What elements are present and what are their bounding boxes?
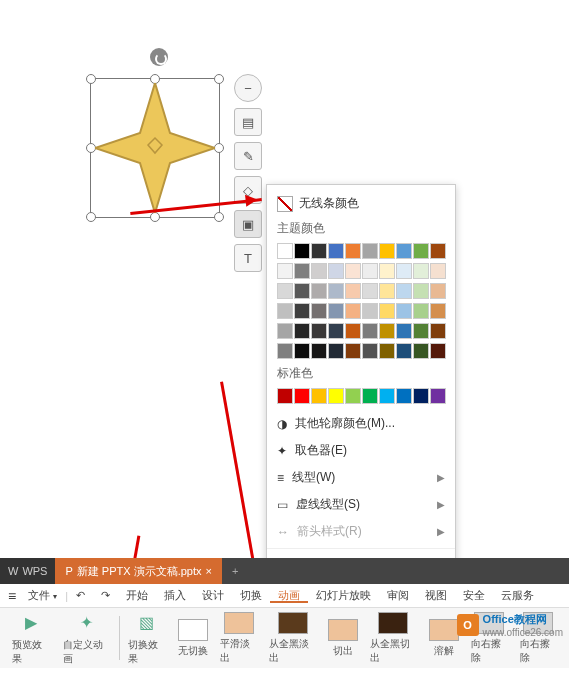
undo-icon[interactable]: ↶ — [68, 589, 93, 602]
resize-handle[interactable] — [214, 212, 224, 222]
color-swatch[interactable] — [328, 283, 344, 299]
color-swatch[interactable] — [328, 303, 344, 319]
color-swatch[interactable] — [328, 243, 344, 259]
resize-handle[interactable] — [86, 212, 96, 222]
color-swatch[interactable] — [362, 283, 378, 299]
menu-tab[interactable]: 切换 — [232, 589, 270, 601]
color-swatch[interactable] — [379, 343, 395, 359]
color-swatch[interactable] — [311, 263, 327, 279]
document-tab[interactable]: P 新建 PPTX 演示文稿.pptx × — [55, 558, 221, 584]
color-swatch[interactable] — [294, 263, 310, 279]
menu-tab[interactable]: 审阅 — [379, 589, 417, 601]
color-swatch[interactable] — [413, 343, 429, 359]
color-swatch[interactable] — [413, 388, 429, 404]
file-menu[interactable]: 文件 ▾ — [20, 588, 65, 603]
line-weight-item[interactable]: ≡ 线型(W) ▶ — [267, 464, 455, 491]
close-tab-icon[interactable]: × — [206, 565, 212, 577]
color-swatch[interactable] — [328, 323, 344, 339]
color-swatch[interactable] — [396, 263, 412, 279]
color-swatch[interactable] — [311, 343, 327, 359]
color-swatch[interactable] — [277, 323, 293, 339]
transition-thumbnail[interactable]: 无切换 — [172, 610, 214, 667]
color-swatch[interactable] — [277, 263, 293, 279]
color-swatch[interactable] — [345, 283, 361, 299]
brush-icon[interactable]: ✎ — [234, 142, 262, 170]
color-swatch[interactable] — [345, 388, 361, 404]
color-swatch[interactable] — [430, 303, 446, 319]
color-swatch[interactable] — [430, 283, 446, 299]
rotate-handle-icon[interactable] — [150, 48, 168, 66]
menu-tab[interactable]: 动画 — [270, 589, 308, 603]
color-swatch[interactable] — [362, 263, 378, 279]
transition-thumbnail[interactable]: 切出 — [322, 610, 364, 667]
color-swatch[interactable] — [379, 323, 395, 339]
transition-thumbnail[interactable]: 从全黑切出 — [364, 610, 423, 667]
color-swatch[interactable] — [396, 343, 412, 359]
preview-button[interactable]: ▶ 预览效果 — [6, 609, 57, 668]
color-swatch[interactable] — [345, 303, 361, 319]
color-swatch[interactable] — [413, 243, 429, 259]
color-swatch[interactable] — [345, 243, 361, 259]
transition-thumbnail[interactable]: 平滑淡出 — [214, 610, 263, 667]
color-swatch[interactable] — [430, 263, 446, 279]
text-icon[interactable]: T — [234, 244, 262, 272]
color-swatch[interactable] — [379, 388, 395, 404]
color-swatch[interactable] — [311, 243, 327, 259]
menu-tab[interactable]: 安全 — [455, 589, 493, 601]
color-swatch[interactable] — [379, 303, 395, 319]
color-swatch[interactable] — [379, 243, 395, 259]
color-swatch[interactable] — [294, 243, 310, 259]
color-swatch[interactable] — [396, 303, 412, 319]
color-swatch[interactable] — [396, 388, 412, 404]
color-swatch[interactable] — [379, 263, 395, 279]
color-swatch[interactable] — [277, 243, 293, 259]
color-swatch[interactable] — [345, 343, 361, 359]
new-tab-button[interactable]: + — [222, 565, 248, 577]
color-swatch[interactable] — [311, 388, 327, 404]
selected-shape[interactable] — [90, 48, 220, 218]
color-swatch[interactable] — [413, 323, 429, 339]
color-swatch[interactable] — [277, 283, 293, 299]
color-swatch[interactable] — [277, 388, 293, 404]
menu-tab[interactable]: 视图 — [417, 589, 455, 601]
collapse-button[interactable]: − — [234, 74, 262, 102]
color-swatch[interactable] — [294, 343, 310, 359]
color-swatch[interactable] — [294, 283, 310, 299]
outline-button[interactable]: ▣ — [234, 210, 262, 238]
color-swatch[interactable] — [345, 263, 361, 279]
color-swatch[interactable] — [430, 323, 446, 339]
color-swatch[interactable] — [430, 343, 446, 359]
color-swatch[interactable] — [430, 388, 446, 404]
color-swatch[interactable] — [362, 323, 378, 339]
transition-effects-button[interactable]: ▧ 切换效果 — [122, 609, 173, 668]
more-outline-colors-item[interactable]: ◑ 其他轮廓颜色(M)... — [267, 410, 455, 437]
menu-tab[interactable]: 云服务 — [493, 589, 542, 601]
color-swatch[interactable] — [362, 303, 378, 319]
color-swatch[interactable] — [311, 283, 327, 299]
color-swatch[interactable] — [328, 343, 344, 359]
layers-icon[interactable]: ▤ — [234, 108, 262, 136]
color-swatch[interactable] — [379, 283, 395, 299]
menu-tab[interactable]: 开始 — [118, 589, 156, 601]
color-swatch[interactable] — [328, 388, 344, 404]
color-swatch[interactable] — [396, 323, 412, 339]
color-swatch[interactable] — [294, 323, 310, 339]
resize-handle[interactable] — [214, 143, 224, 153]
dash-style-item[interactable]: ▭ 虚线线型(S) ▶ — [267, 491, 455, 518]
color-swatch[interactable] — [362, 343, 378, 359]
color-swatch[interactable] — [362, 388, 378, 404]
menu-tab[interactable]: 设计 — [194, 589, 232, 601]
app-menu-button[interactable]: W WPS — [0, 558, 55, 584]
color-swatch[interactable] — [311, 323, 327, 339]
redo-icon[interactable]: ↷ — [93, 589, 118, 602]
color-swatch[interactable] — [294, 303, 310, 319]
color-swatch[interactable] — [311, 303, 327, 319]
menu-icon[interactable]: ≡ — [4, 588, 20, 604]
no-line-color-item[interactable]: 无线条颜色 — [267, 191, 455, 216]
color-swatch[interactable] — [277, 343, 293, 359]
color-swatch[interactable] — [396, 243, 412, 259]
color-swatch[interactable] — [430, 243, 446, 259]
color-swatch[interactable] — [413, 283, 429, 299]
color-swatch[interactable] — [294, 388, 310, 404]
color-swatch[interactable] — [328, 263, 344, 279]
